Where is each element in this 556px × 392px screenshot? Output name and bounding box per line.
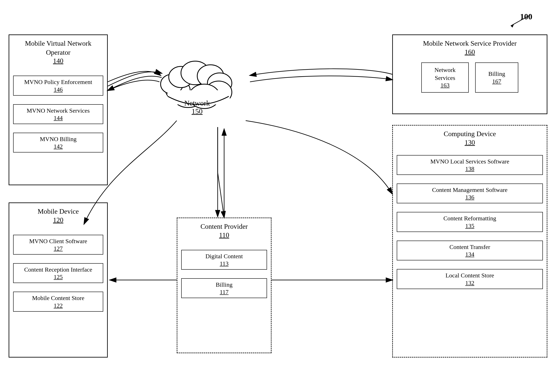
mvno-netsvcs-ref: 144 [17,115,100,121]
mvno-local-box: MVNO Local Services Software 138 [397,155,543,175]
cp-billing-ref: 117 [185,289,263,295]
content-mgmt-title: Content Management Software [400,186,539,194]
mobile-content-store-title: Mobile Content Store [17,294,100,302]
mvno-client-ref: 127 [17,245,100,252]
mvno-billing-ref: 142 [17,143,100,150]
content-transfer-title: Content Transfer [400,243,539,251]
mvno-ref: 140 [13,57,103,65]
mvno-policy-box: MVNO Policy Enforcement 146 [13,75,103,95]
mvno-title: Mobile Virtual Network Operator [13,39,103,57]
content-reformat-box: Content Reformatting 135 [397,212,543,232]
content-reception-title: Content Reception Interface [17,266,100,273]
local-content-ref: 132 [400,279,539,286]
computing-box: Computing Device 130 MVNO Local Services… [392,125,547,358]
mvno-box: Mobile Virtual Network Operator 140 MVNO… [9,34,108,185]
net-services-ref: 163 [440,82,449,89]
mobile-device-title: Mobile Device [13,207,103,216]
content-reformat-ref: 135 [400,222,539,229]
mobile-content-store-box: Mobile Content Store 122 [13,292,103,311]
content-mgmt-box: Content Management Software 136 [397,183,543,203]
network-label: Network 150 [184,99,210,115]
mnsp-title: Mobile Network Service Provider [397,39,543,48]
digital-content-title: Digital Content [185,252,263,260]
local-content-box: Local Content Store 132 [397,269,543,289]
mnsp-billing-box: Billing 167 [475,62,518,93]
mvno-local-title: MVNO Local Services Software [400,158,539,166]
net-services-title: Network Services [434,66,456,82]
digital-content-ref: 113 [185,260,263,267]
digital-content-box: Digital Content 113 [181,250,267,270]
mvno-policy-ref: 146 [17,86,100,93]
cp-billing-title: Billing [185,281,263,289]
mnsp-ref: 160 [397,48,543,56]
diagram: 100 Mobile Virtual Network Operator 140 … [0,0,556,392]
local-content-title: Local Content Store [400,271,539,279]
svg-line-0 [511,15,530,26]
mnsp-billing-title: Billing [488,70,505,78]
mvno-policy-title: MVNO Policy Enforcement [17,78,100,86]
mnsp-box: Mobile Network Service Provider 160 Netw… [392,34,547,114]
content-reception-box: Content Reception Interface 125 [13,263,103,283]
content-provider-box: Content Provider 110 Digital Content 113… [177,218,271,353]
content-provider-ref: 110 [181,231,267,239]
mvno-client-box: MVNO Client Software 127 [13,235,103,255]
mnsp-billing-ref: 167 [492,78,501,85]
net-services-box: Network Services 163 [421,62,469,93]
mobile-content-store-ref: 122 [17,302,100,309]
computing-ref: 130 [397,138,543,146]
computing-title: Computing Device [397,129,543,138]
content-transfer-box: Content Transfer 134 [397,241,543,260]
mobile-device-box: Mobile Device 120 MVNO Client Software 1… [9,203,108,358]
mvno-local-ref: 138 [400,166,539,172]
content-provider-title: Content Provider [181,222,267,231]
ref-100-arrow [504,11,534,30]
mvno-client-title: MVNO Client Software [17,237,100,245]
cp-billing-box: Billing 117 [181,278,267,298]
content-reception-ref: 125 [17,273,100,280]
mobile-device-ref: 120 [13,216,103,224]
mvno-billing-title: MVNO Billing [17,135,100,143]
content-transfer-ref: 134 [400,251,539,258]
mvno-netsvcs-box: MVNO Network Services 144 [13,104,103,124]
mvno-netsvcs-title: MVNO Network Services [17,107,100,115]
mvno-billing-box: MVNO Billing 142 [13,133,103,152]
content-reformat-title: Content Reformatting [400,215,539,222]
content-mgmt-ref: 136 [400,194,539,201]
